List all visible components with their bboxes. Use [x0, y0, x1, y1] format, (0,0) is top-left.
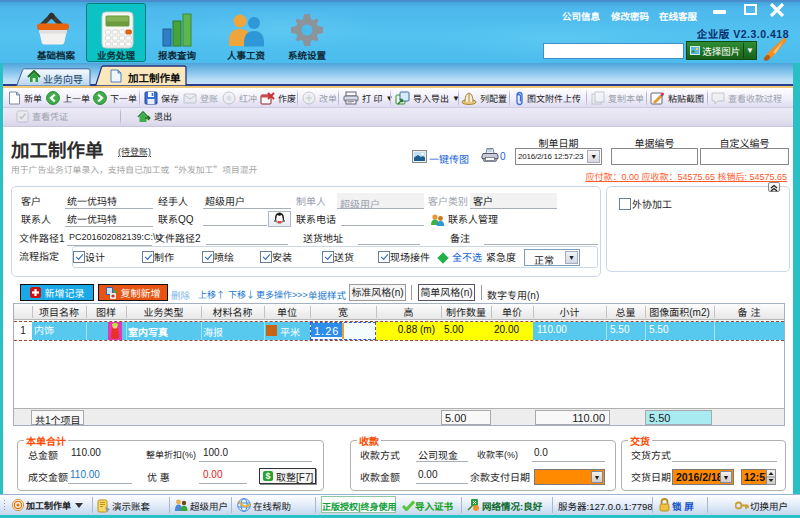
svg-text:$: $: [265, 471, 270, 481]
